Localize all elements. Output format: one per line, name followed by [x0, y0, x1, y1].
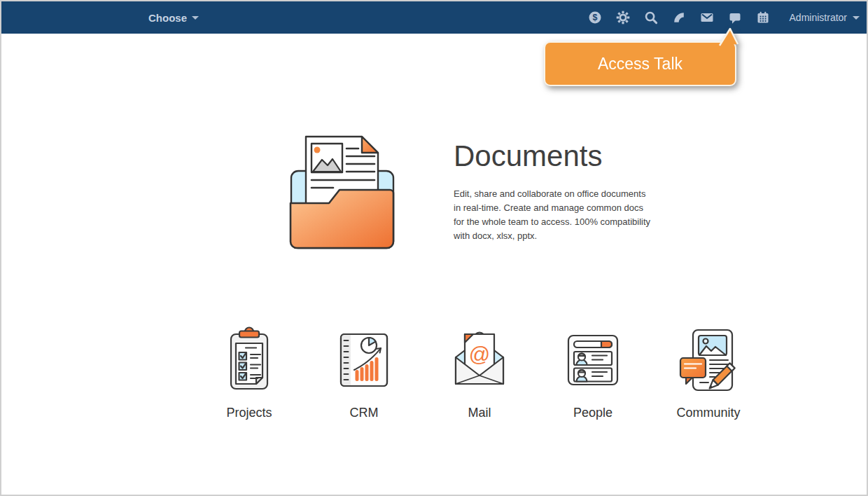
module-mail[interactable]: @ Mail	[438, 325, 522, 420]
documents-description: Edit, share and collaborate on office do…	[454, 187, 664, 243]
module-label: People	[551, 406, 635, 420]
payments-icon[interactable]: $	[581, 1, 609, 34]
page-title: Documents	[454, 140, 664, 172]
documents-icon	[281, 125, 400, 254]
description-line: in real-time. Create and manage common d…	[454, 201, 664, 215]
projects-icon	[214, 325, 284, 395]
svg-text:@: @	[469, 343, 490, 366]
tooltip-body[interactable]: Access Talk	[544, 41, 736, 86]
search-icon[interactable]	[637, 1, 665, 34]
choose-label: Choose	[148, 12, 187, 24]
module-projects[interactable]: Projects	[207, 325, 291, 420]
choose-dropdown[interactable]: Choose	[148, 1, 199, 34]
settings-icon[interactable]	[609, 1, 637, 34]
crm-icon	[329, 325, 399, 395]
module-label: Mail	[438, 406, 522, 420]
description-line: with docx, xlsx, pptx.	[454, 229, 664, 243]
tooltip-tail	[713, 27, 744, 46]
tooltip-label: Access Talk	[598, 55, 682, 74]
svg-text:$: $	[592, 13, 597, 22]
description-line: for the whole team to access. 100% compa…	[454, 215, 664, 229]
chevron-down-icon	[192, 16, 199, 20]
portal-page: Choose $	[0, 0, 868, 496]
module-label: Community	[666, 406, 750, 420]
user-name: Administrator	[790, 12, 847, 23]
user-menu[interactable]: Administrator	[790, 1, 860, 34]
module-label: CRM	[322, 406, 406, 420]
module-label: Projects	[207, 406, 291, 420]
description-line: Edit, share and collaborate on office do…	[454, 187, 664, 201]
mail-module-icon: @	[444, 325, 514, 395]
community-icon	[673, 325, 743, 395]
documents-section: Documents Edit, share and collaborate on…	[454, 140, 664, 243]
module-crm[interactable]: CRM	[322, 325, 406, 420]
calendar-icon[interactable]	[749, 1, 777, 34]
access-talk-tooltip[interactable]: Access Talk	[544, 41, 736, 86]
chevron-down-icon	[853, 16, 860, 20]
module-community[interactable]: Community	[666, 325, 750, 420]
module-people[interactable]: People	[551, 325, 635, 420]
people-icon	[558, 325, 628, 395]
feed-icon[interactable]	[665, 1, 693, 34]
